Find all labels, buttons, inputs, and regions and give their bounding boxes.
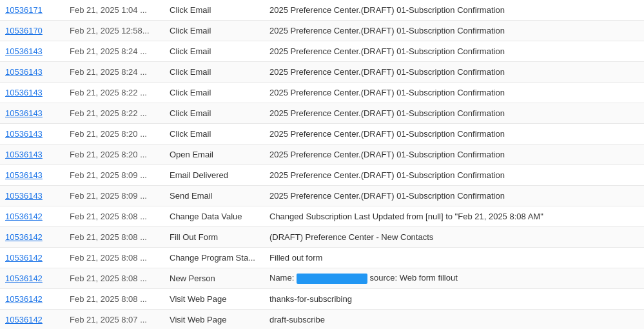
row-id[interactable]: 10536143	[0, 67, 64, 77]
row-date: Feb 21, 2025 8:09 ...	[64, 191, 164, 201]
row-action: Click Email	[164, 26, 264, 35]
row-action: Click Email	[164, 46, 264, 56]
row-date: Feb 21, 2025 8:24 ...	[64, 46, 164, 56]
row-detail: Filled out form	[264, 253, 644, 263]
row-detail: 2025 Preference Center.(DRAFT) 01-Subscr…	[264, 129, 644, 139]
row-action: Change Program Sta...	[164, 253, 264, 263]
row-id[interactable]: 10536143	[0, 191, 64, 201]
table-row: 10536142Feb 21, 2025 8:08 ...Change Prog…	[0, 248, 644, 268]
row-action: Click Email	[164, 5, 264, 15]
row-id[interactable]: 10536170	[0, 26, 64, 35]
row-id[interactable]: 10536142	[0, 232, 64, 242]
row-id[interactable]: 10536143	[0, 88, 64, 97]
row-id[interactable]: 10536142	[0, 212, 64, 221]
row-date: Feb 21, 2025 8:20 ...	[64, 129, 164, 139]
row-date: Feb 21, 2025 1:04 ...	[64, 5, 164, 15]
row-date: Feb 21, 2025 8:20 ...	[64, 150, 164, 159]
row-id[interactable]: 10536142	[0, 315, 64, 324]
row-id[interactable]: 10536143	[0, 170, 64, 180]
row-id[interactable]: 10536143	[0, 129, 64, 139]
row-detail: draft-subscribe	[264, 315, 644, 324]
table-row: 10536143Feb 21, 2025 8:20 ...Click Email…	[0, 124, 644, 145]
row-id[interactable]: 10536142	[0, 274, 64, 283]
table-row: 10536143Feb 21, 2025 8:09 ...Send Email2…	[0, 186, 644, 206]
row-id[interactable]: 10536143	[0, 108, 64, 118]
row-action: Click Email	[164, 88, 264, 97]
row-date: Feb 21, 2025 8:07 ...	[64, 315, 164, 324]
table-row: 10536143Feb 21, 2025 8:20 ...Open Email2…	[0, 145, 644, 165]
row-action: Click Email	[164, 129, 264, 139]
row-detail: 2025 Preference Center.(DRAFT) 01-Subscr…	[264, 88, 644, 97]
row-action: Send Email	[164, 191, 264, 201]
row-date: Feb 21, 2025 12:58...	[64, 26, 164, 35]
row-detail: Changed Subscription Last Updated from […	[264, 212, 644, 221]
row-detail: 2025 Preference Center.(DRAFT) 01-Subscr…	[264, 26, 644, 35]
table-row: 10536143Feb 21, 2025 8:22 ...Click Email…	[0, 103, 644, 124]
row-date: Feb 21, 2025 8:22 ...	[64, 88, 164, 97]
table-row: 10536143Feb 21, 2025 8:24 ...Click Email…	[0, 62, 644, 83]
row-detail: thanks-for-subscribing	[264, 294, 644, 304]
row-action: Click Email	[164, 108, 264, 118]
table-row: 10536143Feb 21, 2025 8:09 ...Email Deliv…	[0, 165, 644, 186]
row-date: Feb 21, 2025 8:08 ...	[64, 253, 164, 263]
row-action: New Person	[164, 274, 264, 283]
table-row: 10536142Feb 21, 2025 8:08 ...New PersonN…	[0, 268, 644, 289]
row-date: Feb 21, 2025 8:08 ...	[64, 294, 164, 304]
table-row: 10536143Feb 21, 2025 8:22 ...Click Email…	[0, 83, 644, 103]
row-date: Feb 21, 2025 8:08 ...	[64, 232, 164, 242]
table-row: 10536171Feb 21, 2025 1:04 ...Click Email…	[0, 0, 644, 21]
table-row: 10536143Feb 21, 2025 8:24 ...Click Email…	[0, 41, 644, 62]
row-date: Feb 21, 2025 8:24 ...	[64, 67, 164, 77]
row-id[interactable]: 10536142	[0, 294, 64, 304]
table-row: 10536142Feb 21, 2025 8:08 ...Visit Web P…	[0, 289, 644, 310]
row-detail: 2025 Preference Center.(DRAFT) 01-Subscr…	[264, 67, 644, 77]
row-action: Visit Web Page	[164, 315, 264, 324]
row-date: Feb 21, 2025 8:08 ...	[64, 212, 164, 221]
activity-table: 10536171Feb 21, 2025 1:04 ...Click Email…	[0, 0, 644, 329]
table-row: 10536142Feb 21, 2025 8:08 ...Fill Out Fo…	[0, 227, 644, 248]
row-action: Visit Web Page	[164, 294, 264, 304]
row-detail: (DRAFT) Preference Center - New Contacts	[264, 232, 644, 242]
row-detail: 2025 Preference Center.(DRAFT) 01-Subscr…	[264, 108, 644, 118]
row-detail: 2025 Preference Center.(DRAFT) 01-Subscr…	[264, 46, 644, 56]
person-name-highlight	[297, 274, 367, 284]
table-row: 10536170Feb 21, 2025 12:58...Click Email…	[0, 21, 644, 41]
row-date: Feb 21, 2025 8:22 ...	[64, 108, 164, 118]
row-action: Click Email	[164, 67, 264, 77]
row-detail: 2025 Preference Center.(DRAFT) 01-Subscr…	[264, 170, 644, 180]
row-detail: 2025 Preference Center.(DRAFT) 01-Subscr…	[264, 150, 644, 159]
row-detail: 2025 Preference Center.(DRAFT) 01-Subscr…	[264, 191, 644, 201]
row-id[interactable]: 10536143	[0, 46, 64, 56]
row-action: Email Delivered	[164, 170, 264, 180]
row-date: Feb 21, 2025 8:09 ...	[64, 170, 164, 180]
row-action: Fill Out Form	[164, 232, 264, 242]
row-action: Change Data Value	[164, 212, 264, 221]
row-detail: Name: source: Web form fillout	[264, 273, 644, 284]
row-date: Feb 21, 2025 8:08 ...	[64, 274, 164, 283]
row-id[interactable]: 10536143	[0, 150, 64, 159]
table-row: 10536142Feb 21, 2025 8:08 ...Change Data…	[0, 206, 644, 227]
row-detail: 2025 Preference Center.(DRAFT) 01-Subscr…	[264, 5, 644, 15]
row-action: Open Email	[164, 150, 264, 159]
row-id[interactable]: 10536142	[0, 253, 64, 263]
table-row: 10536142Feb 21, 2025 8:07 ...Visit Web P…	[0, 310, 644, 329]
row-id[interactable]: 10536171	[0, 5, 64, 15]
